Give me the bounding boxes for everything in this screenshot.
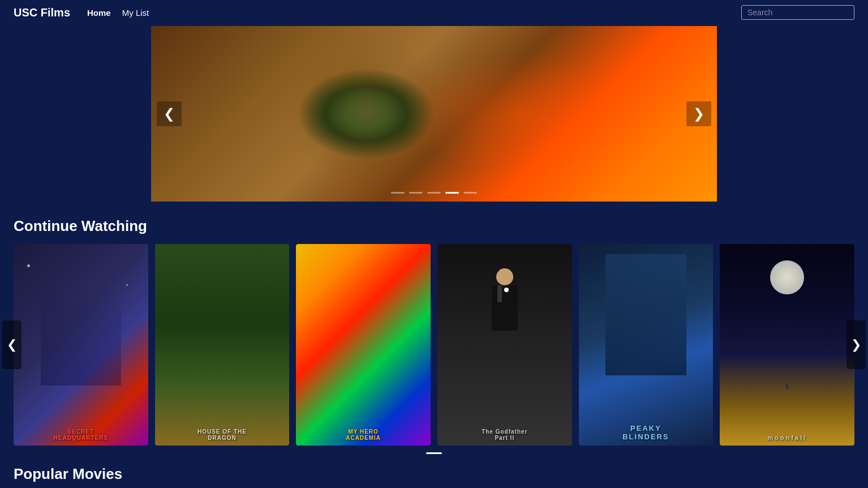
- card-label-dragon: HOUSE OF THEDRAGON: [197, 429, 247, 441]
- carousel-dots: [14, 452, 854, 454]
- continue-watching-carousel: ❮ SECRETHEADQUARTERS: [14, 244, 854, 446]
- card-label-godfather: The GodfatherPart II: [482, 429, 527, 441]
- hero-dot-5[interactable]: [463, 192, 477, 194]
- hero-dot-2[interactable]: [409, 192, 423, 194]
- popular-movies-section: Popular Movies: [0, 465, 868, 488]
- chevron-left-icon: ❮: [7, 337, 17, 352]
- continue-watching-section: Continue Watching ❮ SECRET: [0, 217, 868, 454]
- continue-watching-title: Continue Watching: [14, 217, 854, 235]
- card-bg-peaky: PEAKYBLINDERS: [579, 244, 714, 446]
- hero-banner: ❮ ❯: [151, 26, 717, 202]
- popular-movies-title: Popular Movies: [14, 465, 854, 483]
- card-label-secret: SECRETHEADQUARTERS: [54, 429, 108, 441]
- nav-home[interactable]: Home: [87, 8, 111, 18]
- hero-dot-4[interactable]: [445, 192, 459, 194]
- hero-image: [151, 26, 717, 202]
- card-bg-moonfall: moonfall: [720, 244, 854, 446]
- brand-logo: USC Films: [14, 6, 70, 19]
- hero-texture: [151, 26, 717, 202]
- card-bg-dragon: HOUSE OF THEDRAGON: [155, 244, 290, 446]
- card-label-hero: MY HEROACADEMIA: [346, 429, 381, 441]
- movie-card-secret[interactable]: SECRETHEADQUARTERS: [14, 244, 148, 446]
- card-bg-hero: MY HEROACADEMIA: [296, 244, 431, 446]
- search-container: [741, 5, 854, 20]
- nav-links: Home My List: [87, 8, 149, 18]
- carousel-next-button[interactable]: ❯: [846, 320, 866, 369]
- chevron-right-icon: ❯: [693, 106, 704, 121]
- chevron-right-icon: ❯: [851, 337, 861, 352]
- hero-dot-1[interactable]: [391, 192, 405, 194]
- hero-dots: [391, 192, 477, 194]
- movie-card-peaky[interactable]: PEAKYBLINDERS: [579, 244, 714, 446]
- carousel-track: SECRETHEADQUARTERS HOUSE OF THEDRAGON: [14, 244, 854, 446]
- movie-card-dragon[interactable]: HOUSE OF THEDRAGON: [155, 244, 290, 446]
- chevron-left-icon: ❮: [164, 106, 175, 121]
- hero-dot-3[interactable]: [427, 192, 441, 194]
- nav-mylist[interactable]: My List: [122, 8, 149, 18]
- card-label-peaky: PEAKYBLINDERS: [622, 424, 669, 441]
- card-bg-godfather: The GodfatherPart II: [437, 244, 572, 446]
- movie-card-hero[interactable]: MY HEROACADEMIA: [296, 244, 431, 446]
- carousel-prev-button[interactable]: ❮: [2, 320, 22, 369]
- navbar: USC Films Home My List: [0, 0, 868, 25]
- search-input[interactable]: [741, 5, 854, 20]
- card-bg-secret: SECRETHEADQUARTERS: [14, 244, 148, 446]
- hero-next-button[interactable]: ❯: [686, 101, 711, 126]
- carousel-dot-1[interactable]: [426, 452, 442, 454]
- movie-card-godfather[interactable]: The GodfatherPart II: [437, 244, 572, 446]
- card-label-moonfall: moonfall: [767, 434, 807, 441]
- movie-card-moonfall[interactable]: moonfall: [720, 244, 854, 446]
- hero-prev-button[interactable]: ❮: [157, 101, 182, 126]
